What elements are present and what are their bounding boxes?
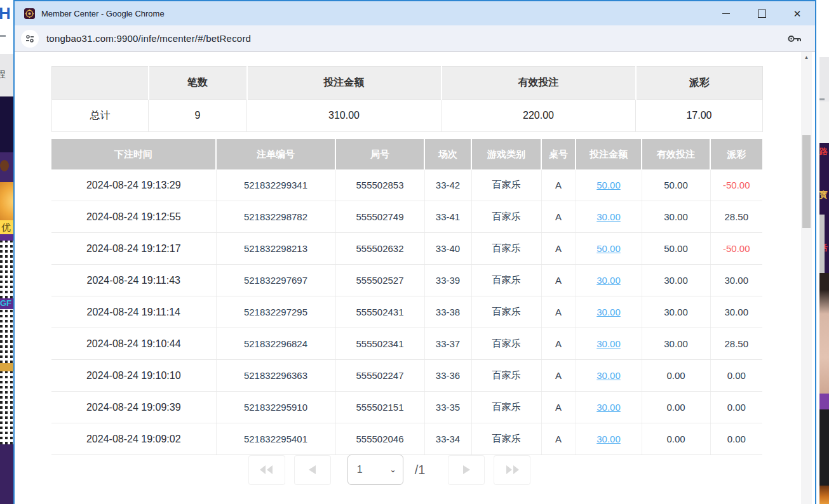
chevron-down-icon: ⌄ [390,465,396,474]
summary-total-value: 220.00 [441,100,636,132]
cell-round-id: 555502527 [335,265,424,296]
maximize-button[interactable] [744,1,779,25]
cell-bet-amount: 30.00 [576,328,642,360]
pagination: 1 ⌄ /1 [15,454,764,485]
cell-game-type: 百家乐 [471,296,541,328]
cell-round-id: 555502431 [335,296,424,328]
cell-bet-id: 521832298782 [216,201,335,233]
summary-row-label: 总计 [52,100,149,132]
cell-session: 33-35 [424,392,471,423]
bet-amount-link[interactable]: 30.00 [596,434,621,444]
cell-time: 2024-08-24 19:11:43 [51,265,216,296]
cell-table-no: A [541,201,576,233]
cell-valid-bet: 0.00 [642,360,710,392]
cell-valid-bet: 0.00 [642,392,710,423]
background-right-edge: 路 寳 活 [819,0,829,504]
key-icon [787,33,802,44]
prev-page-button[interactable] [294,455,331,485]
maximize-icon [758,10,766,18]
bet-amount-link[interactable]: 30.00 [596,211,621,222]
bet-amount-link[interactable]: 30.00 [596,338,621,349]
page-scrollbar[interactable]: ▲ [801,52,812,504]
cell-payout: 28.50 [710,201,762,233]
cell-game-type: 百家乐 [471,360,541,392]
last-page-button[interactable] [494,455,530,485]
minimize-button[interactable] [708,1,744,25]
cell-bet-id: 521832297697 [216,265,335,296]
bet-amount-link[interactable]: 50.00 [596,243,621,254]
first-page-button[interactable] [248,455,285,485]
background-left-letter: H [0,4,11,23]
tune-icon [25,34,35,44]
cell-game-type: 百家乐 [471,233,541,265]
page-select[interactable]: 1 ⌄ [347,454,403,485]
cell-session: 33-36 [424,360,471,392]
bet-record-row: 2024-08-24 19:09:02521832295401555502046… [51,423,762,455]
bet-column-header: 投注金额 [576,139,642,169]
cell-payout: -50.00 [710,169,762,201]
cell-table-no: A [541,360,576,392]
cell-session: 33-41 [424,201,471,233]
bet-table-header-row: 下注时间注单编号局号场次游戏类别桌号投注金额有效投注派彩 [51,139,762,169]
cell-payout: 0.00 [710,392,762,423]
cell-time: 2024-08-24 19:10:44 [51,328,216,360]
bet-amount-link[interactable]: 30.00 [596,307,621,317]
cell-bet-amount: 30.00 [576,296,642,328]
cell-table-no: A [541,423,576,455]
bet-amount-link[interactable]: 50.00 [596,180,621,190]
bet-amount-link[interactable]: 30.00 [596,402,621,413]
summary-column-header [52,67,149,100]
cell-bet-amount: 50.00 [576,233,642,265]
password-key-button[interactable] [787,33,802,44]
cell-game-type: 百家乐 [471,423,541,455]
cell-session: 33-39 [424,265,471,296]
scrollbar-thumb[interactable] [802,135,811,228]
cell-time: 2024-08-24 19:11:14 [51,296,216,328]
cell-round-id: 555502853 [335,169,424,201]
cell-time: 2024-08-24 19:10:10 [51,360,216,392]
double-right-arrow-icon [505,465,519,474]
summary-column-header: 派彩 [636,67,763,100]
bet-record-row: 2024-08-24 19:13:29521832299341555502853… [51,169,762,201]
summary-table: 笔数投注金额有效投注派彩 总计9310.00220.0017.00 [51,66,762,132]
close-button[interactable]: ✕ [779,1,815,25]
bet-record-row: 2024-08-24 19:11:14521832297295555502431… [51,296,762,328]
url-text[interactable]: tongbao31.com:9900/infe/mcenter/#/betRec… [46,33,251,44]
summary-total-value: 9 [149,100,247,132]
cell-bet-amount: 30.00 [576,392,642,423]
background-left-gf-text: GF [0,298,11,308]
cell-valid-bet: 30.00 [642,296,710,328]
bet-column-header: 场次 [424,139,471,169]
bet-record-row: 2024-08-24 19:10:44521832296824555502341… [51,328,762,360]
summary-column-header: 笔数 [149,67,247,100]
cell-valid-bet: 30.00 [642,201,710,233]
site-settings-button[interactable] [21,30,39,48]
bet-column-header: 局号 [335,139,424,169]
summary-column-header: 投注金额 [247,67,441,100]
next-page-button[interactable] [448,455,485,485]
double-left-arrow-icon [260,465,274,474]
cell-payout: -50.00 [710,233,762,265]
bet-column-header: 游戏类别 [471,139,541,169]
cell-time: 2024-08-24 19:09:39 [51,392,216,423]
bet-amount-link[interactable]: 30.00 [596,275,621,286]
bet-column-header: 有效投注 [642,139,710,169]
page-content: ▲ 笔数投注金额有效投注派彩 总计9310.00220.0017.00 下注时间… [15,52,815,504]
cell-bet-amount: 30.00 [576,423,642,455]
cell-payout: 30.00 [710,265,762,296]
bet-record-row: 2024-08-24 19:10:10521832296363555502247… [51,360,762,392]
background-left-yellow-char: 优 [1,222,11,234]
cell-table-no: A [541,233,576,265]
summary-total-row: 总计9310.00220.0017.00 [52,100,763,132]
bet-amount-link[interactable]: 30.00 [596,370,621,381]
bet-record-row: 2024-08-24 19:09:39521832295910555502151… [51,392,762,423]
window-titlebar: Member Center - Google Chrome ✕ [15,1,815,25]
cell-payout: 30.00 [710,296,762,328]
cell-valid-bet: 30.00 [642,328,710,360]
background-left-char: 程 [0,69,6,81]
bet-column-header: 派彩 [710,139,762,169]
cell-bet-id: 521832298213 [216,233,335,265]
scroll-up-arrow-icon[interactable]: ▲ [801,52,812,62]
summary-header-row: 笔数投注金额有效投注派彩 [52,67,763,100]
cell-bet-amount: 30.00 [576,265,642,296]
